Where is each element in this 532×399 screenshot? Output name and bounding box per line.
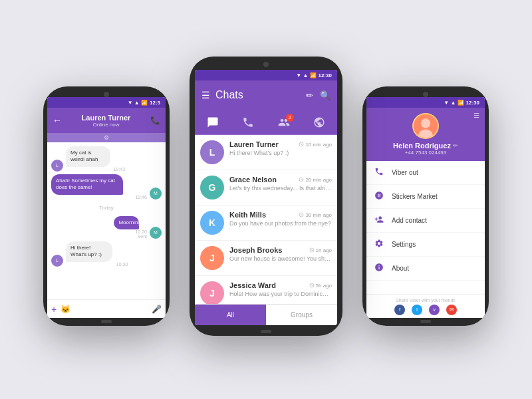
share-bar: Share Viber with your friends f t v ✉ — [366, 294, 485, 318]
share-viber-button[interactable]: v — [429, 305, 440, 315]
call-button[interactable]: 📞 — [150, 116, 160, 125]
message-row-2: M Ahah! Sometimes my cat does the same! … — [51, 174, 162, 200]
contacts-badge: 2 — [286, 114, 294, 122]
message-row-3: M Moorning! 10:20 Sent — [51, 216, 162, 239]
avatar-1: L — [51, 160, 63, 172]
menu-item-about[interactable]: About — [366, 257, 485, 281]
hamburger-menu-button[interactable]: ☰ — [201, 90, 210, 100]
chat-item-lauren[interactable]: L Lauren Turner 10 min ago Hi there! Wha… — [195, 135, 337, 170]
back-button[interactable]: ← — [53, 115, 62, 126]
avatar-4: L — [51, 255, 63, 267]
chat-time-joseph: 1h ago — [309, 247, 332, 253]
phone-center: ▼ ▲ 📶 12:30 ☰ Chats ✏ 🔍 — [190, 57, 342, 336]
share-email-button[interactable]: ✉ — [446, 305, 457, 315]
chat-time-grace: 20 min ago — [299, 177, 332, 183]
chat-item-grace[interactable]: G Grace Nelson 20 min ago Let's try this… — [195, 170, 337, 205]
chat-preview-grace: Let's try this wednesday... Is that alri… — [229, 185, 332, 192]
menu-item-stickers[interactable]: Stickers Market — [366, 185, 485, 209]
menu-item-settings[interactable]: Settings — [366, 233, 485, 257]
home-button-center[interactable] — [261, 330, 271, 333]
screen-right: ▼ ▲ 📶 12:30 ☰ Helen Rod — [366, 97, 485, 318]
chat-list: L Lauren Turner 10 min ago Hi there! Wha… — [195, 135, 337, 304]
time-right: 12:30 — [466, 100, 479, 106]
tab-groups[interactable]: Groups — [266, 305, 337, 325]
mic-button[interactable]: 🎤 — [152, 305, 162, 314]
chat-name-lauren: Lauren Turner — [229, 140, 279, 148]
page-title: Chats — [215, 89, 301, 101]
share-facebook-button[interactable]: f — [394, 305, 405, 315]
message-time-4: 10:30 — [66, 262, 128, 267]
message-time-1: 19:43 — [66, 167, 125, 172]
status-bar-center: ▼ ▲ 📶 12:30 — [195, 70, 337, 80]
stickers-icon — [373, 191, 385, 202]
tab-contacts[interactable]: 2 — [278, 116, 290, 128]
avatar-jessica: J — [200, 281, 224, 304]
search-icon[interactable]: 🔍 — [320, 90, 331, 100]
profile-avatar — [412, 113, 439, 139]
chat-name-keith: Keith Mills — [229, 211, 266, 219]
time-left: 12:3 — [150, 100, 160, 106]
menu-label-stickers: Stickers Market — [392, 193, 438, 200]
camera-notch-right — [423, 92, 428, 97]
tab-chats[interactable] — [207, 116, 219, 128]
avatar-grace: G — [200, 176, 224, 200]
chat-preview-joseph: Our new house is awesome! You should com… — [229, 255, 332, 262]
chat-item-keith[interactable]: K Keith Mills 30 min ago Do you have our… — [195, 205, 337, 241]
contact-name: Lauren Turner — [66, 114, 146, 122]
message-sent-status: Sent — [114, 234, 147, 239]
chat-info-lauren: Lauren Turner 10 min ago Hi there! What'… — [229, 140, 332, 156]
menu-item-add-contact[interactable]: Add contact — [366, 209, 485, 233]
message-bubble-3: Moorning! — [114, 216, 138, 229]
share-twitter-button[interactable]: t — [412, 305, 422, 315]
home-button-left[interactable] — [101, 320, 112, 323]
chat-item-joseph[interactable]: J Joseph Brooks 1h ago Our new house is … — [195, 241, 337, 276]
chat-time-lauren: 10 min ago — [299, 142, 332, 148]
chat-time-jessica: 5h ago — [309, 283, 332, 289]
tab-all[interactable]: All — [195, 305, 266, 325]
chat-preview-jessica: Hola! How was your trip to Dominican Rep… — [229, 291, 332, 297]
about-icon — [373, 263, 385, 274]
status-icons-left: ▼ ▲ 📶 — [128, 100, 148, 106]
message-input[interactable] — [74, 303, 148, 315]
profile-phone-number: +44 7543 024493 — [405, 150, 447, 156]
home-button-right[interactable] — [420, 320, 431, 323]
avatar-joseph: J — [200, 246, 224, 270]
profile-edit-button[interactable]: ✏ — [453, 142, 458, 149]
menu-label-viber-out: Viber out — [392, 169, 418, 176]
tab-more[interactable] — [313, 116, 325, 128]
chat-preview-keith: Do you have our photos from the nye? — [229, 220, 332, 227]
chat-info-jessica: Jessica Ward 5h ago Hola! How was your t… — [229, 281, 332, 297]
viber-out-icon — [373, 167, 385, 178]
message-row-4: L Hi there! What's up? :) 10:30 — [51, 241, 162, 267]
camera-notch-left — [104, 92, 109, 97]
message-row-1: L My cat is weird! ahah 19:43 — [51, 146, 162, 172]
hamburger-right-button[interactable]: ☰ — [473, 112, 479, 119]
chat-name-grace: Grace Nelson — [229, 176, 277, 184]
menu-label-settings: Settings — [392, 241, 416, 248]
menu-list: Viber out Stickers Market Add contact — [366, 161, 485, 294]
menu-item-viber-out[interactable]: Viber out — [366, 161, 485, 185]
chat-info-keith: Keith Mills 30 min ago Do you have our p… — [229, 211, 332, 227]
screen-center: ▼ ▲ 📶 12:30 ☰ Chats ✏ 🔍 — [195, 70, 337, 325]
status-icons-right: ▼ ▲ 📶 — [444, 100, 464, 106]
share-text: Share Viber with your friends — [396, 298, 456, 303]
sub-header: ⚙ — [47, 133, 166, 142]
profile-header: ☰ Helen Rodriguez ✏ +44 7543 024493 — [366, 108, 485, 161]
avatar-keith: K — [200, 211, 224, 235]
plus-button[interactable]: + — [51, 304, 57, 315]
tab-calls[interactable] — [242, 116, 254, 128]
edit-icon[interactable]: ✏ — [306, 90, 313, 100]
message-list: L My cat is weird! ahah 19:43 M Ahah! So… — [47, 142, 166, 299]
profile-name: Helen Rodriguez — [393, 142, 451, 150]
phone-right: ▼ ▲ 📶 12:30 ☰ Helen Rod — [362, 86, 489, 326]
chat-item-jessica[interactable]: J Jessica Ward 5h ago Hola! How was your… — [195, 276, 337, 304]
gear-icon[interactable]: ⚙ — [104, 134, 109, 141]
time-center: 12:30 — [319, 72, 332, 78]
status-bar-right: ▼ ▲ 📶 12:30 — [366, 97, 485, 108]
share-icon-list: f t v ✉ — [394, 305, 457, 315]
message-bubble-2: Ahah! Sometimes my cat does the same! — [51, 174, 123, 195]
chat-name-jessica: Jessica Ward — [229, 281, 276, 289]
emoji-button[interactable]: 🐱 — [61, 305, 70, 314]
settings-icon — [373, 239, 385, 250]
menu-label-about: About — [392, 265, 409, 272]
